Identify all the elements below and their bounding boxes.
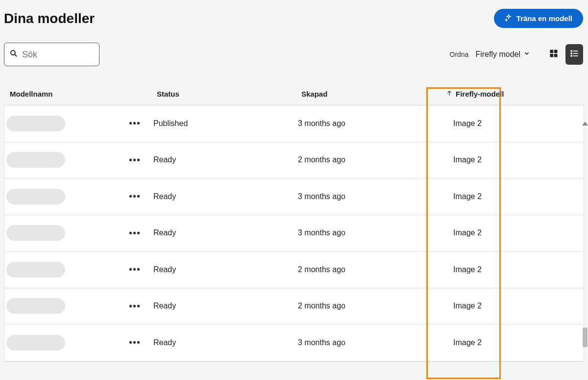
model-name-placeholder xyxy=(6,189,65,204)
status-cell: Published xyxy=(153,119,298,128)
svg-rect-7 xyxy=(573,51,578,51)
firefly-cell: Image 2 xyxy=(442,119,585,128)
sort-arrow-up-icon xyxy=(446,90,453,98)
scroll-up-arrow-icon xyxy=(582,122,588,126)
more-actions-button[interactable]: ••• xyxy=(126,299,144,314)
more-actions-button[interactable]: ••• xyxy=(126,189,144,204)
created-cell: 3 months ago xyxy=(298,228,442,237)
list-icon xyxy=(569,49,579,60)
status-cell: Ready xyxy=(153,265,298,274)
status-cell: Ready xyxy=(153,338,298,347)
svg-rect-6 xyxy=(571,50,572,51)
firefly-cell: Image 2 xyxy=(442,192,585,201)
chevron-down-icon xyxy=(523,50,530,59)
created-cell: 3 months ago xyxy=(298,192,442,201)
status-cell: Ready xyxy=(153,228,298,237)
model-name-placeholder xyxy=(6,335,65,351)
firefly-cell: Image 2 xyxy=(442,155,585,164)
created-cell: 3 months ago xyxy=(298,119,442,128)
sparkle-icon xyxy=(505,14,513,23)
svg-rect-2 xyxy=(550,50,554,53)
table-row[interactable]: ••• Published 3 months ago Image 2 xyxy=(4,105,584,142)
created-cell: 2 months ago xyxy=(298,265,442,274)
model-name-placeholder xyxy=(6,152,65,168)
model-name-placeholder xyxy=(6,262,65,278)
status-cell: Ready xyxy=(153,155,298,164)
more-actions-button[interactable]: ••• xyxy=(126,262,144,277)
svg-rect-4 xyxy=(550,54,554,57)
sort-dropdown[interactable]: Firefly model xyxy=(475,50,530,59)
grid-view-button[interactable] xyxy=(545,44,563,65)
created-cell: 2 months ago xyxy=(298,155,442,164)
firefly-cell: Image 2 xyxy=(442,265,585,274)
firefly-cell: Image 2 xyxy=(442,302,585,310)
svg-point-0 xyxy=(11,51,15,55)
model-name-placeholder xyxy=(6,298,65,314)
grid-icon xyxy=(549,49,559,60)
svg-rect-5 xyxy=(554,54,558,57)
page-title: Dina modeller xyxy=(4,11,95,26)
train-model-label: Träna en modell xyxy=(516,14,572,23)
train-model-button[interactable]: Träna en modell xyxy=(494,9,583,28)
list-view-button[interactable] xyxy=(565,44,583,65)
column-header-name[interactable]: Modellnamn xyxy=(10,90,157,98)
firefly-cell: Image 2 xyxy=(442,338,585,347)
model-name-placeholder xyxy=(6,225,65,241)
more-actions-button[interactable]: ••• xyxy=(126,226,144,241)
svg-rect-8 xyxy=(571,52,572,54)
sort-label: Ordna xyxy=(450,51,469,58)
created-cell: 2 months ago xyxy=(298,302,442,310)
table-row[interactable]: ••• Ready 3 months ago Image 2 xyxy=(4,215,584,252)
more-actions-button[interactable]: ••• xyxy=(126,152,144,168)
sort-selected-value: Firefly model xyxy=(475,50,520,59)
table-header-row: Modellnamn Status Skapad Firefly-modell xyxy=(4,76,584,105)
svg-line-1 xyxy=(15,54,17,56)
more-actions-button[interactable]: ••• xyxy=(126,335,144,350)
more-actions-button[interactable]: ••• xyxy=(126,116,144,131)
search-icon xyxy=(9,49,18,60)
svg-rect-3 xyxy=(554,50,558,53)
firefly-cell: Image 2 xyxy=(442,228,585,237)
search-input[interactable] xyxy=(22,50,94,60)
model-name-placeholder xyxy=(6,116,65,131)
scroll-thumb[interactable] xyxy=(583,328,588,347)
table-row[interactable]: ••• Ready 2 months ago Image 2 xyxy=(4,252,584,288)
column-header-status[interactable]: Status xyxy=(157,90,301,98)
search-input-wrapper[interactable] xyxy=(4,43,99,66)
table-row[interactable]: ••• Ready 2 months ago Image 2 xyxy=(4,288,584,325)
status-cell: Ready xyxy=(153,192,298,201)
column-header-firefly[interactable]: Firefly-modell xyxy=(446,90,588,98)
svg-rect-11 xyxy=(573,55,578,56)
column-header-created[interactable]: Skapad xyxy=(301,90,446,98)
table-row[interactable]: ••• Ready 3 months ago Image 2 xyxy=(4,178,584,215)
table-row[interactable]: ••• Ready 2 months ago Image 2 xyxy=(4,142,584,179)
svg-rect-9 xyxy=(573,53,578,54)
status-cell: Ready xyxy=(153,302,298,310)
table-row[interactable]: ••• Ready 3 months ago Image 2 xyxy=(4,325,584,361)
svg-rect-10 xyxy=(571,55,572,56)
created-cell: 3 months ago xyxy=(298,338,442,347)
table-body: ••• Published 3 months ago Image 2 ••• R… xyxy=(4,105,584,362)
scrollbar[interactable] xyxy=(582,122,588,377)
